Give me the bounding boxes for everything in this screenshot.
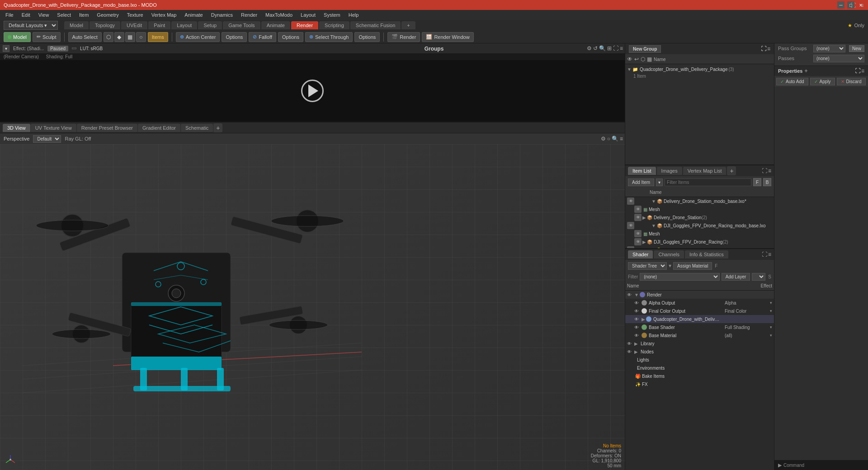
tab-game-tools[interactable]: Game Tools — [223, 21, 260, 29]
shader-row-final-color[interactable]: 👁 Final Color Output Final Color ▾ — [625, 307, 774, 315]
apply-button[interactable]: ✓ Apply — [810, 78, 835, 85]
menu-dynamics[interactable]: Dynamics — [208, 11, 236, 19]
vp-tab-uv-texture[interactable]: UV Texture View — [31, 124, 76, 132]
menu-vertex-map[interactable]: Vertex Map — [148, 11, 180, 19]
group-item-quadcopter[interactable]: ▼ 📁 Quadcopter_Drone_with_Delivery_Packa… — [626, 65, 773, 73]
eye-1[interactable]: 👁 — [634, 206, 642, 213]
shader-eye-5[interactable]: 👁 — [634, 333, 642, 338]
select-mode-3[interactable]: ▦ — [125, 32, 135, 42]
shader-filter-dropdown[interactable]: (none) — [640, 273, 720, 281]
rp-gear-icon[interactable]: ⚙ — [587, 45, 592, 52]
props-settings-icon[interactable]: ≡ — [861, 68, 864, 74]
auto-select-button[interactable]: Auto Select — [68, 32, 102, 42]
layout-dropdown[interactable]: Default Layouts ▾ — [4, 21, 58, 30]
menu-maxtomodo[interactable]: MaxToModo — [262, 11, 296, 19]
filter-items-input[interactable] — [665, 179, 751, 186]
shader-eye-6[interactable]: 👁 — [627, 341, 634, 346]
menu-select[interactable]: Select — [53, 11, 75, 19]
groups-settings-icon[interactable]: ≡ — [767, 46, 770, 52]
eye-5[interactable]: 👁 — [634, 238, 642, 245]
item-row-mesh-2[interactable]: 👁 ▦ Mesh — [625, 230, 774, 238]
item-row-directional-light[interactable]: 👁 ▶ 💡 Directional Light — [625, 246, 774, 248]
vp-tab-schematic[interactable]: Schematic — [181, 124, 213, 132]
tab-setup[interactable]: Setup — [198, 21, 222, 29]
vp-wheel-icon[interactable]: ⚙ — [601, 136, 606, 142]
shader-dropdown-2[interactable]: ▾ — [770, 309, 772, 313]
shader-expand-icon[interactable]: ⛶ — [762, 251, 767, 258]
shader-tab-info[interactable]: Info & Statistics — [685, 250, 728, 258]
menu-render[interactable]: Render — [237, 11, 261, 19]
eye-6[interactable]: 👁 — [627, 246, 634, 248]
rp-fit-icon[interactable]: ⊞ — [607, 45, 612, 52]
options-1-button[interactable]: Options — [222, 32, 247, 42]
vp-settings-icon[interactable]: ≡ — [858, 1, 866, 9]
shader-row-nodes[interactable]: 👁 ▶ Nodes — [625, 348, 774, 356]
render-window-button[interactable]: 🪟 Render Window — [422, 32, 473, 42]
shader-eye-0[interactable]: 👁 — [627, 292, 634, 297]
passes-dropdown[interactable]: (none) — [813, 55, 864, 62]
tab-schematic-fusion[interactable]: Schematic Fusion — [350, 21, 401, 29]
eye-0[interactable]: 👁 — [627, 197, 634, 205]
shader-row-environments[interactable]: Environments — [625, 364, 774, 372]
minimize-button[interactable]: ─ — [837, 1, 844, 9]
vp-settings2-icon[interactable]: ≡ — [620, 136, 623, 142]
menu-item[interactable]: Item — [75, 11, 92, 19]
props-expand-icon[interactable]: ⛶ — [855, 68, 860, 74]
shader-row-bake-items[interactable]: 🎁 Bake Items — [625, 372, 774, 380]
pass-groups-new-button[interactable]: New — [849, 45, 864, 52]
shader-eye-1[interactable]: 👁 — [634, 301, 642, 306]
tab-uvedit[interactable]: UVEdit — [121, 21, 147, 29]
tab-topology[interactable]: Topology — [90, 21, 120, 29]
item-list-settings-icon[interactable]: ≡ — [768, 168, 771, 174]
item-row-mesh-1[interactable]: 👁 ▦ Mesh — [625, 205, 774, 213]
rp-settings-icon[interactable]: ≡ — [620, 45, 623, 52]
discard-button[interactable]: ✕ Discard — [837, 78, 866, 85]
pass-groups-dropdown[interactable]: (none) — [813, 45, 845, 52]
viewport-3d[interactable]: Perspective Default Ray GL: Off ⚙ ○ 🔍 ≡ — [0, 133, 625, 470]
item-list-tab-add[interactable]: + — [727, 166, 736, 175]
sculpt-button[interactable]: ✏ Sculpt — [33, 32, 61, 42]
shader-settings-icon[interactable]: ≡ — [768, 251, 771, 258]
add-layer-dropdown[interactable] — [752, 273, 765, 281]
filter-f-button[interactable]: F — [753, 178, 761, 186]
menu-animate[interactable]: Animate — [181, 11, 206, 19]
shader-tab-channels[interactable]: Channels — [654, 250, 684, 258]
shader-eye-4[interactable]: 👁 — [634, 325, 642, 330]
vp-tab-add[interactable]: + — [213, 123, 222, 132]
shader-tab-shader[interactable]: Shader — [628, 250, 653, 258]
action-center-button[interactable]: ⊕ Action Center — [176, 32, 220, 42]
shader-row-library[interactable]: 👁 ▶ Library — [625, 339, 774, 348]
select-mode-2[interactable]: ◆ — [114, 32, 124, 42]
groups-expand-icon[interactable]: ⛶ — [761, 46, 766, 52]
vp-zoom2-icon[interactable]: 🔍 — [612, 136, 618, 142]
tab-add[interactable]: + — [401, 21, 415, 29]
assign-material-button[interactable]: Assign Material — [673, 262, 712, 270]
select-mode-1[interactable]: ⬡ — [104, 32, 113, 42]
vp-orbit-icon[interactable]: ○ — [607, 136, 610, 142]
shader-row-fx[interactable]: ✨ FX — [625, 380, 774, 388]
shading-dropdown[interactable]: Default — [33, 135, 61, 143]
tab-render[interactable]: Render — [291, 21, 318, 29]
eye-3[interactable]: 👁 — [627, 222, 634, 229]
eye-2[interactable]: 👁 — [634, 214, 642, 221]
render-button[interactable]: 🎬 Render — [387, 32, 420, 42]
shader-view-dropdown[interactable]: Shader Tree — [628, 262, 667, 270]
rp-zoom-icon[interactable]: 🔍 — [599, 45, 606, 52]
rp-expand-icon[interactable]: ⛶ — [613, 45, 618, 52]
eye-4[interactable]: 👁 — [634, 230, 642, 237]
shader-dropdown-4[interactable]: ▾ — [770, 325, 772, 329]
shader-row-render[interactable]: 👁 ▼ Render — [625, 291, 774, 299]
items-button[interactable]: Items — [148, 32, 168, 42]
shader-eye-7[interactable]: 👁 — [627, 349, 634, 354]
select-mode-4[interactable]: ○ — [136, 32, 146, 42]
menu-texture[interactable]: Texture — [123, 11, 147, 19]
add-item-dropdown[interactable]: ▾ — [656, 179, 663, 186]
render-options-icon[interactable]: ▾ — [3, 45, 9, 52]
rp-refresh-icon[interactable]: ↺ — [593, 45, 598, 52]
new-group-button[interactable]: New Group — [629, 45, 661, 53]
item-row-dji-goggles[interactable]: 👁 ▶ 📦 DJI_Goggles_FPV_Drone_Racing (2) — [625, 238, 774, 246]
shader-row-quadcopter[interactable]: 👁 ▶ Quadcopter_Drone_with_Delivery_Pac..… — [625, 315, 774, 323]
shader-row-lights[interactable]: Lights — [625, 356, 774, 364]
shader-row-base-shader[interactable]: 👁 Base Shader Full Shading ▾ — [625, 323, 774, 331]
item-row-delivery-station[interactable]: 👁 ▶ 📦 Delivery_Drone_Station (2) — [625, 213, 774, 221]
